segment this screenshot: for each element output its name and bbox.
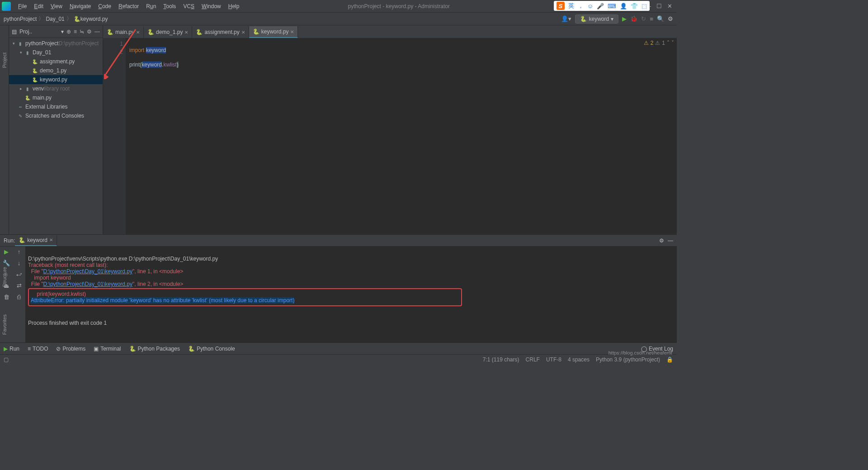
softwrap-icon[interactable]: ⮐ <box>16 271 22 278</box>
close-icon[interactable]: ✕ <box>290 29 294 34</box>
file-encoding[interactable]: UTF-8 <box>546 356 561 363</box>
packages-tool-tab[interactable]: 🐍Python Packages <box>129 346 180 352</box>
ime-toolbar[interactable]: S 英 ， ☺ 🎤 ⌨ 👤 👕 ⬚ <box>554 1 650 11</box>
gear-icon[interactable]: ⚙ <box>659 237 664 244</box>
caret-position[interactable]: 7:1 (119 chars) <box>483 356 519 363</box>
menu-refactor[interactable]: Refactor <box>115 2 142 10</box>
down-icon[interactable]: ↓ <box>18 260 21 266</box>
tab-label: main.py <box>115 29 134 35</box>
close-icon[interactable]: ✕ <box>667 3 672 9</box>
tree-item-external-libraries[interactable]: ╍External Libraries <box>9 102 103 111</box>
sidebar-title[interactable]: Proj.. <box>19 28 58 35</box>
indent-setting[interactable]: 4 spaces <box>568 356 590 363</box>
tree-item-label: Scratches and Consoles <box>25 113 84 119</box>
problems-tool-tab[interactable]: ⊘Problems <box>56 346 85 352</box>
debug-button[interactable]: 🐞 <box>630 15 637 22</box>
sidebar-header: ▤ Proj.. ▾ ⊕ ≡ ≒ ⚙ — <box>9 25 103 38</box>
collapse-icon[interactable]: ≒ <box>80 28 84 35</box>
editor-tab-main-py[interactable]: 🐍main.py✕ <box>103 26 144 38</box>
tree-item-day_01[interactable]: ▾▮Day_01 <box>9 48 103 57</box>
code-editor[interactable]: 1 2 import keyword print(keyword.kwlist)… <box>103 38 677 234</box>
chevron-down-icon[interactable]: ▾ <box>61 28 64 35</box>
tree-item-venv[interactable]: ▸▮venv library root <box>9 84 103 93</box>
lock-icon[interactable]: 🔒 <box>666 356 673 363</box>
tree-item-label: main.py <box>33 95 52 101</box>
breadcrumb-file[interactable]: keyword.py <box>80 16 108 22</box>
ime-grid-icon[interactable]: ⬚ <box>642 3 647 9</box>
status-widgets-icon[interactable]: ▢ <box>4 356 9 363</box>
tree-item-demo_1-py[interactable]: 🐍demo_1.py <box>9 66 103 75</box>
breadcrumb-root[interactable]: pythonProject <box>4 16 37 22</box>
editor-tab-keyword-py[interactable]: 🐍keyword.py✕ <box>249 26 298 38</box>
run-config-selector[interactable]: 🐍 keyword ▾ <box>575 14 618 24</box>
editor-tab-demo_1-py[interactable]: 🐍demo_1.py✕ <box>144 26 192 38</box>
hide-icon[interactable]: — <box>668 237 673 244</box>
maximize-icon[interactable]: ☐ <box>656 3 662 9</box>
close-icon[interactable]: ✕ <box>136 30 140 35</box>
console-tool-tab[interactable]: 🐍Python Console <box>188 346 235 352</box>
python-icon: 🐍 <box>580 16 587 22</box>
editor-inspection-badges[interactable]: ⚠2 ⚠1 ˄ ˅ <box>644 40 674 46</box>
console-output[interactable]: D:\pythonProject\venv\Scripts\python.exe… <box>25 247 677 342</box>
todo-tool-tab[interactable]: ≡TODO <box>28 346 48 352</box>
ime-mic-icon[interactable]: 🎤 <box>597 3 604 9</box>
menu-navigate[interactable]: Navigate <box>66 2 94 10</box>
print-icon[interactable]: ⎙ <box>17 294 21 300</box>
scroll-icon[interactable]: ⇄ <box>17 282 22 289</box>
ime-user-icon[interactable]: 👤 <box>620 3 627 9</box>
stop-button[interactable]: ■ <box>650 15 653 22</box>
nav-up-icon[interactable]: ˄ <box>667 40 670 46</box>
nav-down-icon[interactable]: ˅ <box>671 40 674 46</box>
tree-item-scratches-and-consoles[interactable]: ✎Scratches and Consoles <box>9 111 103 120</box>
tree-item-main-py[interactable]: 🐍main.py <box>9 93 103 102</box>
run-tab[interactable]: 🐍 keyword ✕ <box>15 235 57 246</box>
run-tool-tab[interactable]: ▶Run <box>4 346 19 352</box>
ime-lang[interactable]: 英 <box>568 2 574 10</box>
ime-keyboard-icon[interactable]: ⌨ <box>608 3 616 9</box>
tree-item-assignment-py[interactable]: 🐍assignment.py <box>9 57 103 66</box>
gear-icon[interactable]: ⚙ <box>87 28 92 35</box>
coverage-icon[interactable]: ↻ <box>641 15 646 22</box>
wrench-icon[interactable]: 🔧 <box>3 260 10 266</box>
menu-edit[interactable]: Edit <box>30 2 47 10</box>
breadcrumb-folder[interactable]: Day_01 <box>46 16 64 22</box>
ime-skin-icon[interactable]: 👕 <box>631 3 638 9</box>
menu-file[interactable]: File <box>14 2 30 10</box>
line-number: 2 <box>103 48 123 56</box>
code-content[interactable]: import keyword print(keyword.kwlist) <box>126 38 677 234</box>
bottom-tool-bar: ▶Run ≡TODO ⊘Problems ▣Terminal 🐍Python P… <box>0 342 677 354</box>
close-icon[interactable]: ✕ <box>241 30 245 35</box>
tree-item-keyword-py[interactable]: 🐍keyword.py <box>9 75 103 84</box>
structure-tool-button[interactable]: Structure <box>2 267 7 287</box>
line-separator[interactable]: CRLF <box>526 356 540 363</box>
user-icon[interactable]: 👤▾ <box>561 15 571 22</box>
trash-icon[interactable]: 🗑 <box>4 294 9 300</box>
expand-icon[interactable]: ≡ <box>74 28 77 35</box>
menu-view[interactable]: View <box>47 2 66 10</box>
search-icon[interactable]: 🔍 <box>657 15 664 22</box>
python-file-icon: 🐍 <box>253 28 259 35</box>
hide-icon[interactable]: — <box>94 28 100 35</box>
close-icon[interactable]: ✕ <box>49 237 53 242</box>
terminal-tool-tab[interactable]: ▣Terminal <box>94 346 121 352</box>
editor-tab-assignment-py[interactable]: 🐍assignment.py✕ <box>192 26 249 38</box>
tree-item-pythonproject[interactable]: ▾▮pythonProject D:\pythonProject <box>9 39 103 48</box>
ime-emoji-icon[interactable]: ☺ <box>587 3 593 9</box>
project-tree[interactable]: ▾▮pythonProject D:\pythonProject▾▮Day_01… <box>9 38 103 121</box>
ime-punct[interactable]: ， <box>578 2 584 10</box>
chevron-down-icon: ▾ <box>611 16 613 22</box>
up-icon[interactable]: ↑ <box>18 248 21 255</box>
menu-code[interactable]: Code <box>94 2 115 10</box>
interpreter[interactable]: Python 3.9 (pythonProject) <box>596 356 660 363</box>
settings-icon[interactable]: ⚙ <box>668 15 673 22</box>
editor-tab-bar: 🐍main.py✕🐍demo_1.py✕🐍assignment.py✕🐍keyw… <box>103 25 677 38</box>
favorites-tool-button[interactable]: Favorites <box>2 314 7 335</box>
rerun-button[interactable]: ▶ <box>4 248 9 255</box>
file-link[interactable]: D:\pythonProject\Day_01\keyword.py <box>43 281 132 287</box>
tree-item-label: demo_1.py <box>40 67 66 74</box>
close-icon[interactable]: ✕ <box>184 30 188 35</box>
locate-icon[interactable]: ⊕ <box>66 28 71 35</box>
run-button[interactable]: ▶ <box>622 15 627 22</box>
project-tool-button[interactable]: Project <box>2 52 7 68</box>
file-link[interactable]: D:\pythonProject\Day_01\keyword.py <box>43 268 132 275</box>
